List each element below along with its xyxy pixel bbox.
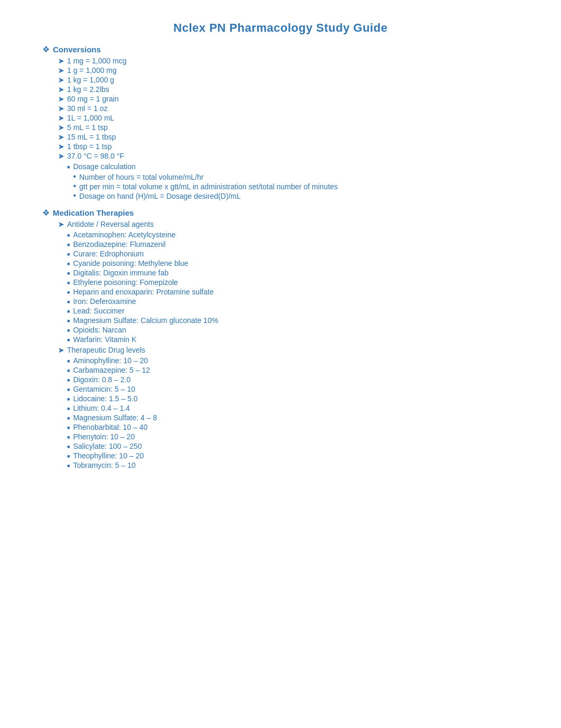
list-item: ■Magnesium Sulfate: 4 – 8 bbox=[67, 413, 157, 422]
list-item: ➤15 mL = 1 tbsp bbox=[58, 133, 519, 141]
square-bullet-icon: ■ bbox=[67, 337, 70, 343]
item-text: 15 mL = 1 tbsp bbox=[67, 133, 116, 141]
item-text: 60 mg = 1 grain bbox=[67, 95, 119, 103]
list-item: ■Cyanide poisoning: Methylene blue bbox=[67, 259, 218, 268]
list-item: ■Lidocaine: 1.5 – 5.0 bbox=[67, 394, 157, 403]
square-bullet-icon: ■ bbox=[67, 280, 70, 285]
square-bullet-icon: ■ bbox=[67, 318, 70, 324]
item-content: 37.0 °C = 98.0 °F ■ Dosage calculation •… bbox=[67, 152, 338, 202]
arrow-icon: ➤ bbox=[58, 124, 64, 132]
list-item: ➤60 mg = 1 grain bbox=[58, 95, 519, 103]
list-item: ➤1 tbsp = 1 tsp bbox=[58, 142, 519, 151]
drug-levels-sub-list: ■Aminophylline: 10 – 20 ■Carbamazepine: … bbox=[67, 356, 157, 469]
item-text: 1 mg = 1,000 mcg bbox=[67, 57, 126, 65]
square-bullet-icon: ■ bbox=[67, 454, 70, 459]
sub-item-text: Gentamicin: 5 – 10 bbox=[73, 385, 135, 393]
sub-item-text: Phenobarbital: 10 – 40 bbox=[73, 423, 147, 431]
list-item: ■ Dosage calculation • Number of hours =… bbox=[67, 162, 338, 201]
sub-item-text: Salicylate: 100 – 250 bbox=[73, 442, 142, 450]
square-bullet-icon: ■ bbox=[67, 164, 70, 170]
conversions-section: ❖ Conversions ➤1 mg = 1,000 mcg ➤1 g = 1… bbox=[42, 44, 519, 202]
arrow-icon: ➤ bbox=[58, 57, 64, 65]
page-title: Nclex PN Pharmacology Study Guide bbox=[42, 21, 519, 35]
item-text: 1 kg = 1,000 g bbox=[67, 76, 114, 84]
sub-item-text: Magnesium Sulfate: 4 – 8 bbox=[73, 413, 157, 422]
list-item: ➤1 mg = 1,000 mcg bbox=[58, 57, 519, 65]
item-text: 1 kg = 2.2lbs bbox=[67, 85, 109, 94]
arrow-icon: ➤ bbox=[58, 133, 64, 141]
square-bullet-icon: ■ bbox=[67, 463, 70, 468]
item-text: 5 mL = 1 tsp bbox=[67, 123, 108, 132]
diamond-icon-conversions: ❖ bbox=[42, 44, 50, 54]
sub-item-content: Dosage calculation • Number of hours = t… bbox=[73, 162, 338, 201]
arrow-icon: ➤ bbox=[58, 95, 64, 103]
sub-item-text: Phenytoin: 10 – 20 bbox=[73, 432, 135, 441]
list-item: ➤ 37.0 °C = 98.0 °F ■ Dosage calculation… bbox=[58, 152, 519, 202]
medication-therapies-header: ❖ Medication Therapies bbox=[42, 208, 519, 218]
arrow-icon: ➤ bbox=[58, 346, 64, 354]
list-item: ■Heparin and enoxaparin: Protamine sulfa… bbox=[67, 288, 218, 296]
medication-therapies-title: Medication Therapies bbox=[53, 208, 134, 217]
conversions-arrow-list: ➤1 mg = 1,000 mcg ➤1 g = 1,000 mg ➤1 kg … bbox=[42, 57, 519, 202]
antidote-sub-list: ■Acetaminophen: Acetylcysteine ■Benzodia… bbox=[67, 231, 218, 344]
sub-item-text: Digitalis: Digoxin immune fab bbox=[73, 269, 169, 277]
sub-item-text: Lidocaine: 1.5 – 5.0 bbox=[73, 394, 137, 403]
list-item: ■Tobramycin: 5 – 10 bbox=[67, 461, 157, 469]
sub-item-text: Heparin and enoxaparin: Protamine sulfat… bbox=[73, 288, 213, 296]
square-bullet-icon: ■ bbox=[67, 358, 70, 364]
item-text: 1 tbsp = 1 tsp bbox=[67, 142, 111, 151]
sub-item-text: Digoxin: 0.8 – 2.0 bbox=[73, 375, 130, 384]
item-text: 1 g = 1,000 mg bbox=[67, 66, 117, 75]
sub-item-text: Opioids: Narcan bbox=[73, 326, 126, 334]
square-bullet-icon: ■ bbox=[67, 271, 70, 276]
sub-item-text: Theophylline: 10 – 20 bbox=[73, 451, 144, 460]
arrow-icon: ➤ bbox=[58, 152, 64, 160]
arrow-icon: ➤ bbox=[58, 105, 64, 113]
list-item: • Number of hours = total volume/mL/hr bbox=[73, 173, 338, 181]
square-bullet-icon: ■ bbox=[67, 368, 70, 373]
bullet-text: Dosage on hand (H)/mL = Dosage desired(D… bbox=[79, 192, 241, 200]
bullet-text: Number of hours = total volume/mL/hr bbox=[79, 173, 203, 181]
list-item: ➤5 mL = 1 tsp bbox=[58, 123, 519, 132]
square-bullet-icon: ■ bbox=[67, 233, 70, 238]
sub-item-text: Cyanide poisoning: Methylene blue bbox=[73, 259, 188, 268]
list-item: ■Theophylline: 10 – 20 bbox=[67, 451, 157, 460]
square-bullet-icon: ■ bbox=[67, 290, 70, 295]
list-item: ■Acetaminophen: Acetylcysteine bbox=[67, 231, 218, 239]
circle-bullet-icon: • bbox=[73, 191, 76, 200]
arrow-icon: ➤ bbox=[58, 114, 64, 122]
list-item: • gtt per min = total volume x gtt/mL in… bbox=[73, 182, 338, 191]
square-bullet-icon: ■ bbox=[67, 299, 70, 305]
arrow-icon: ➤ bbox=[58, 220, 64, 228]
list-item: ■Benzodiazepine: Flumazenil bbox=[67, 240, 218, 248]
sub-item-text: Tobramycin: 5 – 10 bbox=[73, 461, 135, 469]
square-bullet-icon: ■ bbox=[67, 387, 70, 392]
sub-item-text: Carbamazepine: 5 – 12 bbox=[73, 366, 150, 374]
circle-bullet-icon: • bbox=[73, 172, 76, 181]
sub-item-text: Dosage calculation bbox=[73, 162, 135, 171]
sub-item-text: Benzodiazepine: Flumazenil bbox=[73, 240, 165, 248]
sub-item-text: Magnesium Sulfate: Calcium gluconate 10% bbox=[73, 316, 218, 325]
sub-list: ■ Dosage calculation • Number of hours =… bbox=[67, 162, 338, 201]
item-content: Antidote / Reversal agents ■Acetaminophe… bbox=[67, 220, 218, 345]
sub-item-text: Curare: Edrophonium bbox=[73, 250, 144, 258]
medication-therapies-section: ❖ Medication Therapies ➤ Antidote / Reve… bbox=[42, 208, 519, 471]
item-text: 1L = 1,000 mL bbox=[67, 114, 114, 122]
list-item: ➤1 kg = 2.2lbs bbox=[58, 85, 519, 94]
list-item: ■Lithium: 0.4 – 1.4 bbox=[67, 404, 157, 412]
list-item: ■Ethylene poisoning: Fomepizole bbox=[67, 278, 218, 287]
item-text: 30 ml = 1 oz bbox=[67, 104, 108, 113]
item-text: Antidote / Reversal agents bbox=[67, 220, 154, 228]
list-item: ■Curare: Edrophonium bbox=[67, 250, 218, 258]
arrow-icon: ➤ bbox=[58, 76, 64, 84]
square-bullet-icon: ■ bbox=[67, 242, 70, 247]
list-item: ■Lead: Succimer bbox=[67, 307, 218, 315]
list-item: ■Carbamazepine: 5 – 12 bbox=[67, 366, 157, 374]
list-item: ■Phenobarbital: 10 – 40 bbox=[67, 423, 157, 431]
list-item: • Dosage on hand (H)/mL = Dosage desired… bbox=[73, 192, 338, 200]
medication-therapies-arrow-list: ➤ Antidote / Reversal agents ■Acetaminop… bbox=[42, 220, 519, 471]
arrow-icon: ➤ bbox=[58, 67, 64, 75]
sub-sub-list: • Number of hours = total volume/mL/hr •… bbox=[73, 173, 338, 200]
sub-item-text: Acetaminophen: Acetylcysteine bbox=[73, 231, 175, 239]
square-bullet-icon: ■ bbox=[67, 444, 70, 449]
